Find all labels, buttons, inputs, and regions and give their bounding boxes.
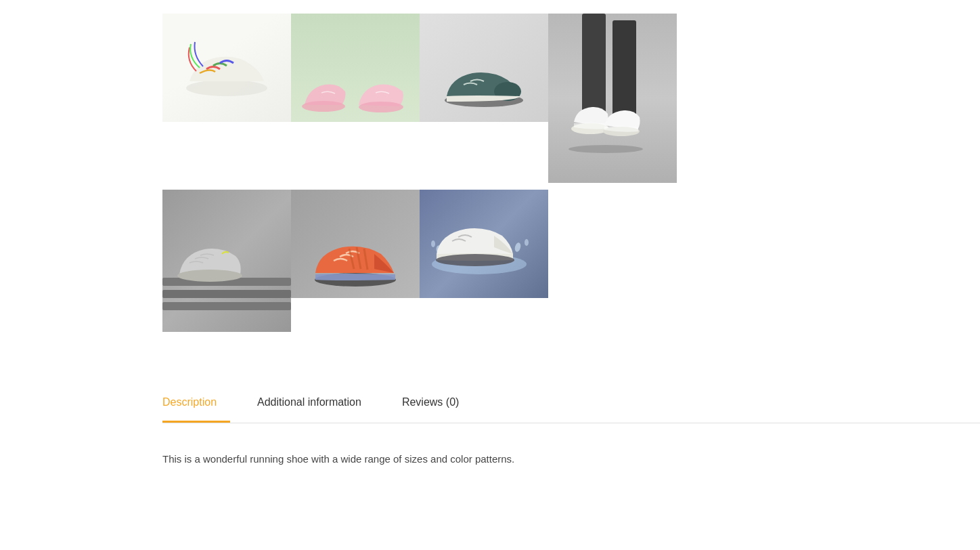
tab-reviews-label: Reviews (0) <box>402 396 459 408</box>
svg-point-22 <box>525 239 529 246</box>
gallery-image-7[interactable] <box>420 190 548 298</box>
svg-point-9 <box>569 145 643 153</box>
gallery-image-4[interactable] <box>548 14 677 183</box>
tabs-nav: Description Additional information Revie… <box>162 386 980 423</box>
svg-rect-6 <box>612 20 636 125</box>
tab-description-label: Description <box>162 396 217 408</box>
gallery-section <box>0 0 980 332</box>
gallery-image-1[interactable] <box>162 14 291 122</box>
gallery-image-2[interactable] <box>291 14 420 122</box>
svg-point-21 <box>431 240 435 247</box>
svg-point-13 <box>177 270 242 282</box>
gallery-image-6[interactable] <box>291 190 420 298</box>
svg-point-20 <box>514 242 521 253</box>
tabs-section: Description Additional information Revie… <box>0 386 980 488</box>
gallery-image-3[interactable] <box>420 14 548 122</box>
tab-reviews[interactable]: Reviews (0) <box>388 386 472 423</box>
svg-point-0 <box>186 80 267 96</box>
description-text: This is a wonderful running shoe with a … <box>162 450 772 468</box>
gallery-row-2 <box>162 190 980 332</box>
svg-rect-5 <box>582 14 606 122</box>
gallery-image-5[interactable] <box>162 190 291 332</box>
svg-point-1 <box>302 101 345 112</box>
tab-additional-information[interactable]: Additional information <box>244 386 375 423</box>
svg-point-2 <box>359 102 403 112</box>
svg-point-23 <box>436 254 514 266</box>
svg-rect-12 <box>162 302 291 310</box>
svg-rect-11 <box>162 290 291 298</box>
gallery-row-1 <box>162 14 980 183</box>
tab-content-description: This is a wonderful running shoe with a … <box>162 444 772 488</box>
tab-description[interactable]: Description <box>162 386 230 423</box>
tab-additional-information-label: Additional information <box>257 396 361 408</box>
